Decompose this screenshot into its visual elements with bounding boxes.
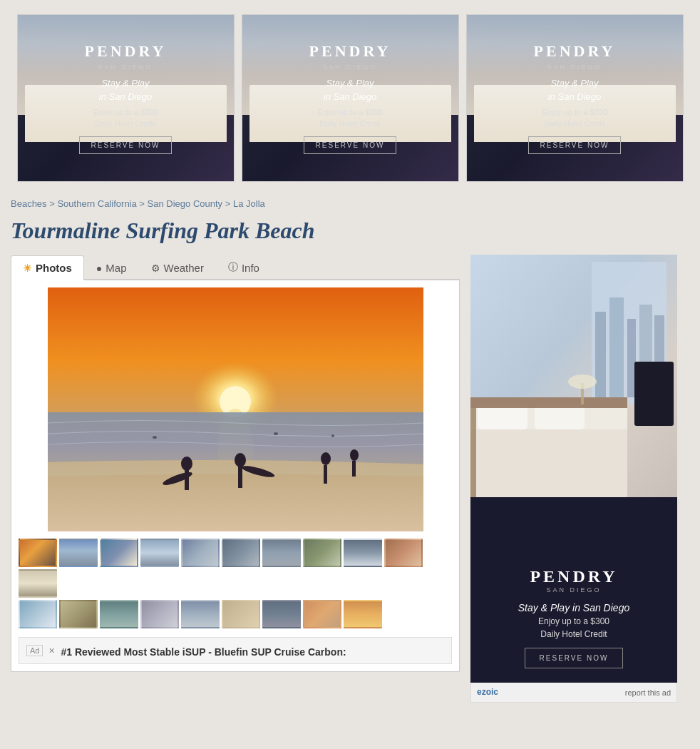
reserve-button-2[interactable]: RESERVE NOW [304,136,397,154]
top-ad-1[interactable]: PENDRY SAN DIEGO Stay & Play in San Dieg… [17,14,235,182]
ad-location-2: SAN DIEGO [322,63,377,71]
svg-rect-28 [535,404,585,429]
ad-label: Ad [26,645,43,656]
camera-icon: ☀ [23,263,32,274]
thumbnail-10[interactable] [384,539,423,567]
ezoic-bar: ezoic report this ad [470,683,677,703]
tab-bar: ☀ Photos ● Map ⚙ Weather ⓘ Info [11,255,460,280]
thumbnail-12[interactable] [19,600,57,628]
room-svg [470,255,677,497]
svg-point-17 [331,434,334,437]
ad-tagline1-2: Stay & Play [326,78,374,88]
bottom-ad-content: #1 Reviewed Most Stable iSUP - Bluefin S… [61,646,444,658]
ad-offer1-3: Enjoy up to a $300 [542,108,607,116]
tab-map[interactable]: ● Map [84,255,139,280]
thumbnail-7[interactable] [262,539,301,567]
right-ad-content: PENDRY SAN DIEGO Stay & Play in San Dieg… [470,553,677,683]
ad-brand-1: PENDRY [85,42,167,61]
tab-weather[interactable]: ⚙ Weather [139,255,216,280]
svg-rect-9 [238,467,242,488]
svg-rect-29 [470,429,627,497]
svg-rect-20 [595,312,606,397]
breadcrumb: Beaches > Southern California > San Dieg… [0,193,700,215]
thumbnail-1[interactable] [19,539,57,567]
thumbnail-3[interactable] [100,539,138,567]
tab-info-label: Info [242,262,259,274]
top-ad-2[interactable]: PENDRY SAN DIEGO Stay & Play in San Dieg… [242,14,459,182]
page-title: Tourmaline Surfing Park Beach [0,215,700,255]
thumbnail-strip-row1 [19,539,452,598]
thumbnail-2[interactable] [59,539,98,567]
svg-rect-25 [634,362,674,426]
ad-brand-2: PENDRY [309,42,391,61]
svg-rect-27 [478,404,527,429]
thumbnail-19[interactable] [303,600,341,628]
breadcrumb-san-diego-county[interactable]: San Diego County [148,198,223,209]
ad-offer2-1: Daily Hotel Credit [95,119,156,128]
svg-point-8 [235,453,246,467]
top-ads-section: PENDRY SAN DIEGO Stay & Play in San Dieg… [0,0,700,193]
ad-close-icon[interactable]: ✕ [48,646,55,656]
thumbnail-18[interactable] [262,600,301,628]
top-ad-3[interactable]: PENDRY SAN DIEGO Stay & Play in San Dieg… [466,14,684,182]
thumbnail-14[interactable] [100,600,138,628]
thumbnail-8[interactable] [303,539,341,567]
thumbnail-13[interactable] [59,600,98,628]
tab-map-label: Map [105,262,126,274]
breadcrumb-southern-california[interactable]: Southern California [57,198,136,209]
svg-rect-21 [609,297,624,397]
thumbnail-16[interactable] [181,600,220,628]
reserve-button-1[interactable]: RESERVE NOW [79,136,173,154]
tab-info[interactable]: ⓘ Info [216,255,272,280]
svg-rect-31 [470,408,476,497]
tab-weather-label: Weather [164,262,204,274]
thumbnail-5[interactable] [181,539,220,567]
ad-tagline2-1: in San Diego [99,91,152,102]
main-photo [48,287,423,531]
svg-point-16 [274,432,278,435]
thumbnail-9[interactable] [344,539,382,567]
svg-text:ezoic: ezoic [477,687,498,697]
ad-location-1: SAN DIEGO [98,63,153,71]
right-ad-banner[interactable]: PENDRY SAN DIEGO Stay & Play in San Dieg… [470,255,677,683]
right-ad-offer2: Daily Hotel Credit [485,629,663,639]
tab-photos[interactable]: ☀ Photos [11,255,84,280]
svg-rect-12 [324,465,327,484]
ad-offer2-3: Daily Hotel Credit [544,119,605,128]
thumbnail-strip-row2 [19,600,452,628]
ad-tagline1-3: Stay & Play [550,78,598,88]
svg-point-13 [350,449,359,461]
left-content: ☀ Photos ● Map ⚙ Weather ⓘ Info [11,255,460,703]
breadcrumb-beaches[interactable]: Beaches [11,198,47,209]
right-ad-reserve-button[interactable]: RESERVE NOW [525,648,624,668]
svg-point-5 [181,457,192,471]
main-content: ☀ Photos ● Map ⚙ Weather ⓘ Info [0,255,700,703]
thumbnail-6[interactable] [222,539,260,567]
ad-offer1-2: Enjoy up to a $300 [317,108,383,116]
ezoic-logo: ezoic [477,686,513,699]
thumbnail-17[interactable] [222,600,260,628]
thumbnail-15[interactable] [140,600,179,628]
svg-rect-30 [470,397,627,408]
thumbnail-11[interactable] [19,569,57,598]
photo-panel: Ad ✕ #1 Reviewed Most Stable iSUP - Blue… [11,280,460,672]
main-photo-container[interactable] [48,287,423,531]
breadcrumb-la-jolla[interactable]: La Jolla [233,198,265,209]
ezoic-svg: ezoic [477,686,513,697]
svg-point-33 [568,374,597,389]
ad-tagline2-3: in San Diego [548,91,601,102]
svg-rect-14 [352,461,356,477]
thumbnail-4[interactable] [140,539,179,567]
bottom-ad-strip: Ad ✕ #1 Reviewed Most Stable iSUP - Blue… [19,637,452,664]
thumbnail-20[interactable] [344,600,382,628]
right-ad-location: SAN DIEGO [485,586,663,593]
ad-brand-3: PENDRY [534,42,616,61]
ad-tagline2-2: in San Diego [324,91,376,102]
svg-point-11 [321,452,331,465]
report-ad-link[interactable]: report this ad [625,688,671,697]
svg-point-15 [153,436,157,439]
reserve-button-3[interactable]: RESERVE NOW [528,136,622,154]
ad-location-3: SAN DIEGO [547,63,602,71]
ad-offer1-1: Enjoy up to a $300 [93,108,158,116]
right-ad-brand: PENDRY [485,567,663,586]
